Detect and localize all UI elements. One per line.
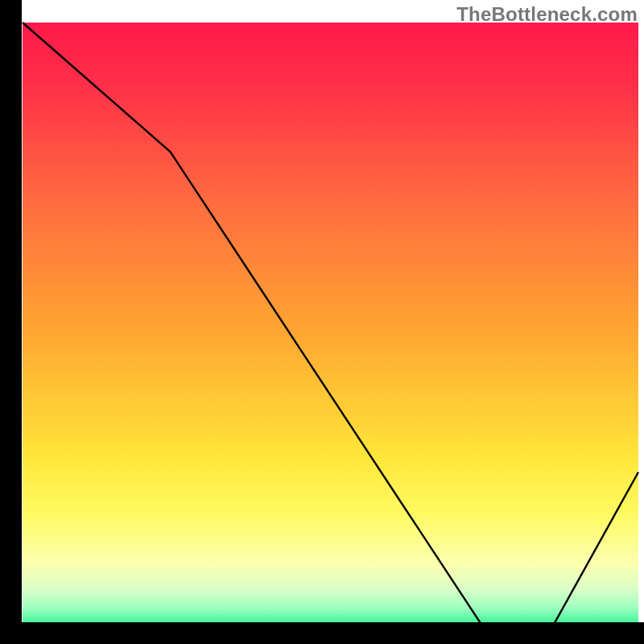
plot-background <box>23 23 638 638</box>
watermark-text: TheBottleneck.com <box>456 3 638 26</box>
chart-canvas: TheBottleneck.com <box>0 0 644 644</box>
chart-svg <box>0 0 644 644</box>
